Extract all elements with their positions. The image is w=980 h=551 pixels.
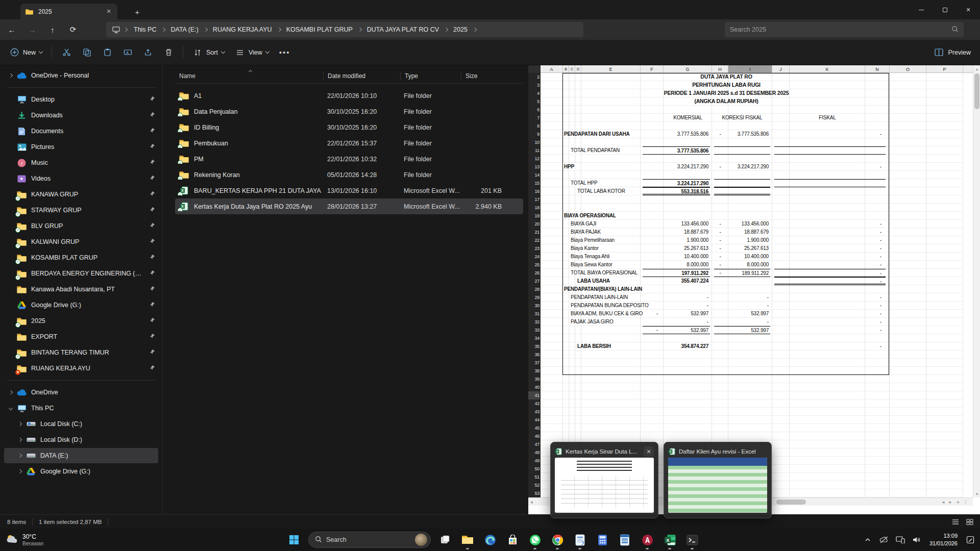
sheet-row-number[interactable]: 15	[528, 179, 540, 187]
more-options-button[interactable]: •••	[274, 44, 296, 60]
excel-window-thumbnail[interactable]: X Kertas Kerja Sinar Duta L... ✕	[550, 442, 658, 518]
whatsapp-icon[interactable]	[525, 530, 545, 550]
sidebar-item-kanawa-abadi-nusantara-pt[interactable]: Kanawa Abadi Nusantara, PT	[4, 282, 158, 297]
sheet-row-number[interactable]: 47	[528, 440, 540, 448]
sidebar-item-desktop[interactable]: Desktop	[4, 92, 158, 107]
rename-button[interactable]: A	[117, 44, 138, 61]
copy-button[interactable]	[77, 44, 97, 61]
phone-link-icon[interactable]	[894, 532, 907, 547]
sheet-row-number[interactable]: 2	[528, 73, 540, 81]
scroll-up-icon[interactable]: ▴	[973, 65, 980, 72]
chevron-right-icon[interactable]	[9, 73, 13, 78]
sheet-row-number[interactable]: 25	[528, 261, 540, 269]
sheet-row-number[interactable]: 8	[528, 122, 540, 130]
sheet-row-number[interactable]: 29	[528, 293, 540, 302]
sheet-column-header-N[interactable]: N	[865, 65, 890, 73]
add-sheet-icon[interactable]: +	[957, 499, 960, 505]
red-a-app-icon[interactable]	[637, 530, 657, 550]
sheet-row-number[interactable]: 53	[528, 489, 540, 497]
sidebar-item-google-drive-g-[interactable]: Google Drive (G:)	[4, 464, 158, 479]
sheet-column-header-J[interactable]: J	[772, 65, 790, 73]
store-icon[interactable]	[502, 530, 523, 550]
large-icons-view-toggle[interactable]	[964, 517, 976, 527]
sidebar-item-data-e-[interactable]: DATA (E:)	[4, 448, 158, 463]
sidebar-item-kanawa-grup[interactable]: ✓KANAWA GRUP	[4, 187, 158, 202]
chevron-down-icon[interactable]	[9, 406, 13, 410]
details-view-toggle[interactable]	[949, 517, 962, 527]
file-row[interactable]: ✓Pembukuan22/01/2026 15:37File folder	[175, 135, 523, 151]
sidebar-item-downloads[interactable]: Downloads	[4, 108, 158, 123]
sheet-row-number[interactable]: 6	[528, 106, 540, 114]
sheet-row-number[interactable]: 37	[528, 359, 540, 367]
new-button[interactable]: New	[4, 44, 47, 61]
sidebar-item-ruang-kerja-ayu[interactable]: ✕RUANG KERJA AYU	[4, 361, 158, 376]
sheet-row-number[interactable]: 16	[528, 187, 540, 195]
sidebar-item-local-disk-c-[interactable]: Local Disk (C:)	[4, 416, 158, 432]
excel-icon[interactable]: X	[659, 530, 680, 550]
view-button[interactable]: View	[230, 44, 274, 61]
file-row[interactable]: ✓ID Billing30/10/2025 16:20File folder	[175, 119, 523, 135]
more-icon[interactable]: ⋮	[963, 499, 968, 505]
file-row[interactable]: ✓PM22/01/2026 10:32File folder	[175, 151, 523, 167]
search-input[interactable]: Search 2025	[725, 22, 964, 37]
sidebar-item-onedrive[interactable]: OneDrive	[4, 385, 158, 400]
sidebar-item-kalwani-grup[interactable]: ✓KALWANI GRUP	[4, 234, 158, 249]
sheet-vertical-scrollbar[interactable]: ▴ ▾	[973, 65, 980, 497]
sheet-row-number[interactable]: 43	[528, 408, 540, 416]
scroll-left-icon[interactable]: ◂	[942, 499, 944, 505]
sidebar-item-2025[interactable]: ✓2025	[4, 313, 158, 329]
sheet-row-number[interactable]: 39	[528, 375, 540, 383]
column-header-type[interactable]: Type	[401, 72, 461, 80]
sheet-column-header-P[interactable]: P	[926, 65, 963, 73]
chevron-right-icon[interactable]	[18, 422, 22, 426]
sheet-row-number[interactable]: 41	[528, 391, 540, 399]
sidebar-item-onedrive-personal[interactable]: OneDrive - Personal	[4, 68, 158, 83]
sheet-row-number[interactable]: 34	[528, 334, 540, 342]
cut-button[interactable]	[56, 44, 77, 61]
sheet-row-number[interactable]: 49	[528, 457, 540, 465]
sheet-row-number[interactable]: 52	[528, 481, 540, 489]
chevron-right-icon[interactable]	[358, 28, 362, 32]
sheet-column-header-C[interactable]: C	[569, 65, 575, 73]
file-row[interactable]: X✓BARU_KERTAS KERJA PPH 21 DUTA JAYA ...…	[175, 183, 523, 198]
sheet-row-number[interactable]: 27	[528, 277, 540, 285]
chevron-right-icon[interactable]	[18, 438, 22, 442]
breadcrumb-item[interactable]: DUTA JAYA PLAT RO CV	[363, 24, 443, 35]
sheet-row-number[interactable]: 22	[528, 236, 540, 244]
address-bar[interactable]: This PCDATA (E:)RUANG KERJA AYUKOSAMBI P…	[106, 22, 583, 37]
chevron-right-icon[interactable]	[18, 469, 22, 473]
sheet-column-header-A[interactable]: A	[541, 65, 563, 73]
breadcrumb-item[interactable]: DATA (E:)	[167, 24, 202, 35]
taskbar-search[interactable]: Search	[308, 532, 431, 548]
up-button[interactable]: ↑	[44, 22, 61, 37]
sheet-row-number[interactable]: 40	[528, 383, 540, 391]
close-thumbnail-icon[interactable]: ✕	[644, 446, 654, 457]
window-preview-image[interactable]	[668, 458, 767, 513]
edge-icon[interactable]	[480, 530, 500, 550]
delete-button[interactable]	[158, 44, 179, 61]
sheet-row-number[interactable]: 33	[528, 326, 540, 334]
minimize-button[interactable]	[910, 0, 933, 19]
chevron-right-icon[interactable]	[473, 28, 477, 32]
sheet-row-number[interactable]: 10	[528, 138, 540, 146]
sheet-row-number[interactable]: 19	[528, 212, 540, 220]
sheet-column-header-F[interactable]: F	[641, 65, 664, 73]
excel-window-thumbnail[interactable]: X Daftar Klien Ayu revisi - Excel	[664, 442, 772, 518]
chevron-right-icon[interactable]	[161, 28, 165, 32]
refresh-button[interactable]: ⟳	[64, 22, 82, 37]
sheet-row-number[interactable]: 48	[528, 448, 540, 457]
sidebar-item-blv-grup[interactable]: ✓BLV GRUP	[4, 218, 158, 234]
sidebar-item-local-disk-d-[interactable]: Local Disk (D:)	[4, 432, 158, 447]
chevron-right-icon[interactable]	[444, 28, 448, 32]
preview-toggle[interactable]: Preview	[934, 47, 971, 58]
sort-button[interactable]: Sort	[187, 44, 230, 61]
sheet-row-number[interactable]: 38	[528, 367, 540, 375]
scroll-left-icon[interactable]: ◂	[528, 499, 532, 505]
sheet-row-number[interactable]: 12	[528, 155, 540, 163]
breadcrumb-item[interactable]: This PC	[130, 24, 160, 35]
sheet-row-number[interactable]: 46	[528, 432, 540, 440]
tab-close-icon[interactable]: ✕	[104, 7, 113, 16]
taskbar-clock[interactable]: 13:09 31/01/2026	[926, 532, 961, 547]
maximize-button[interactable]	[933, 0, 957, 19]
scroll-down-icon[interactable]: ▾	[973, 490, 980, 497]
